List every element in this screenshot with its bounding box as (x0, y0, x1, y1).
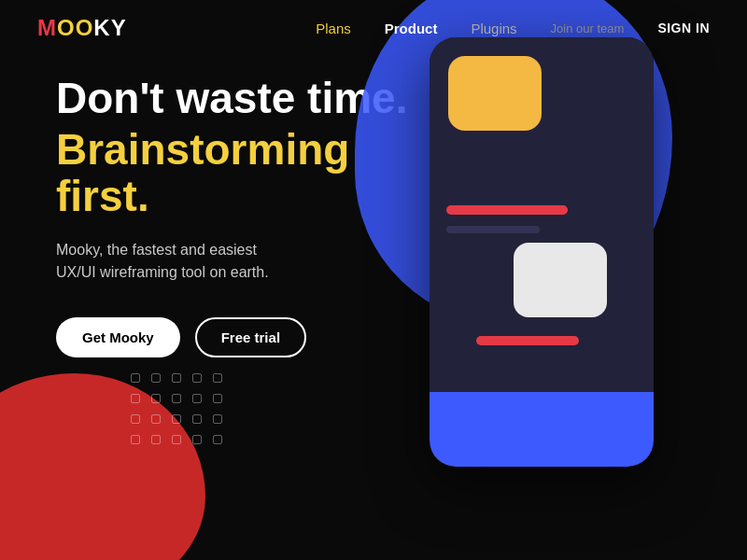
dot-11 (131, 414, 140, 424)
dot-10 (213, 394, 222, 403)
logo-oo: OO (57, 15, 93, 41)
dot-16 (131, 435, 140, 444)
dot-13 (172, 414, 181, 424)
nav-product[interactable]: Product (385, 21, 438, 36)
dot-2 (151, 373, 161, 383)
phone-mockup (430, 37, 654, 467)
hero-buttons: Get Mooky Free trial (56, 317, 430, 357)
nav-plugins[interactable]: Plugins (471, 21, 516, 36)
dot-17 (151, 435, 161, 444)
nav-join[interactable]: Join our team (551, 21, 625, 35)
logo[interactable]: MOOKY (37, 15, 127, 41)
phone-inner (430, 37, 654, 467)
nav-links: Plans Product Plugins Join our team SIGN… (316, 21, 710, 36)
phone-red-line-2 (476, 336, 579, 345)
hero-sub-line2: UX/UI wireframing tool on earth. (56, 264, 269, 280)
nav-plans[interactable]: Plans (316, 21, 351, 36)
phone-white-card (514, 243, 607, 317)
phone-dark-line (446, 226, 540, 233)
dot-20 (213, 435, 222, 444)
dot-19 (192, 435, 202, 444)
dot-9 (192, 394, 202, 403)
dot-7 (151, 394, 161, 403)
hero-sub-line1: Mooky, the fastest and easiest (56, 242, 257, 258)
grid-dots (131, 373, 226, 448)
dot-5 (213, 373, 222, 383)
logo-m: M (37, 15, 57, 41)
dot-8 (172, 394, 181, 403)
navbar: MOOKY Plans Product Plugins Join our tea… (0, 0, 747, 56)
dot-12 (151, 414, 161, 424)
dot-14 (192, 414, 202, 424)
phone-red-line-1 (446, 205, 568, 215)
free-trial-button[interactable]: Free trial (195, 317, 306, 357)
nav-signin[interactable]: SIGN IN (657, 21, 710, 35)
dot-18 (172, 435, 181, 444)
dot-6 (131, 394, 140, 403)
dot-15 (213, 414, 222, 424)
dot-1 (131, 373, 140, 383)
logo-ky: KY (93, 15, 126, 41)
dot-4 (192, 373, 202, 383)
dot-3 (172, 373, 181, 383)
get-mooky-button[interactable]: Get Mooky (56, 317, 180, 357)
hero-subtext: Mooky, the fastest and easiest UX/UI wir… (56, 239, 299, 284)
phone-bottom-section (430, 392, 654, 467)
phone-yellow-card (448, 56, 542, 131)
